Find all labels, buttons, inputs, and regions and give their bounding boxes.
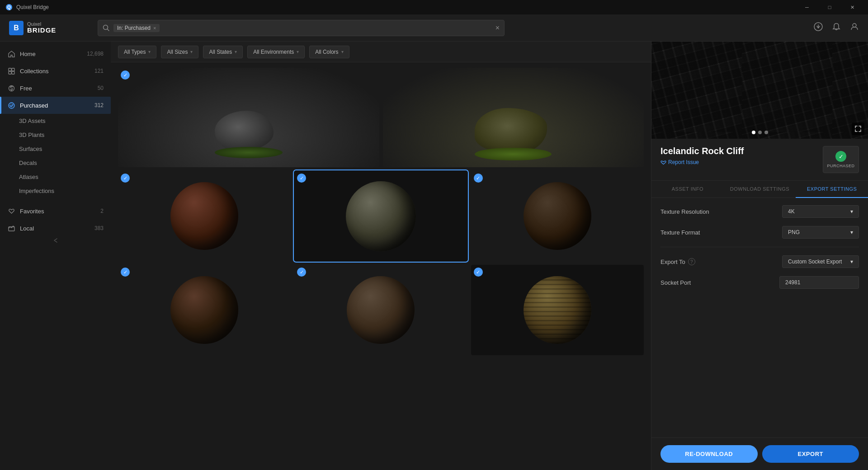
grid-item-7[interactable]: ✓ — [294, 265, 467, 355]
sidebar: Home 12,698 Collections 121 — [0, 42, 111, 470]
logo-text: Quixel BRIDGE — [27, 21, 56, 34]
check-badge-5: ✓ — [474, 174, 483, 183]
header: B Quixel BRIDGE In: Purchased × × — [0, 14, 868, 42]
sidebar-sub-atlases[interactable]: Atlases — [0, 170, 111, 184]
tab-export-settings[interactable]: EXPORT SETTINGS — [796, 181, 868, 198]
sidebar-collapse-button[interactable] — [0, 233, 111, 248]
preview-dots — [752, 131, 768, 134]
texture-format-row: Texture Format PNG ▾ — [660, 226, 859, 239]
report-link[interactable]: Report Issue — [660, 159, 744, 165]
grid-item-6[interactable]: ✓ — [118, 265, 291, 355]
asset-preview — [651, 42, 868, 139]
filter-colors[interactable]: All Colors ▾ — [309, 46, 349, 58]
settings-divider — [660, 247, 859, 247]
purchased-status-badge[interactable]: ✓ PURCHASED — [823, 146, 859, 173]
action-buttons: RE-DOWNLOAD EXPORT — [651, 437, 868, 470]
sidebar-sub-3d-assets[interactable]: 3D Assets — [0, 114, 111, 128]
purchased-icon — [7, 101, 15, 109]
search-icon — [103, 24, 110, 32]
chevron-down-icon: ▾ — [190, 49, 193, 54]
download-icon[interactable] — [814, 22, 823, 33]
svg-rect-9 — [9, 71, 11, 74]
grid-item-4[interactable]: ✓ — [294, 171, 467, 261]
filter-environments[interactable]: All Environments ▾ — [247, 46, 305, 58]
grid-row-3: ✓ ✓ ✓ — [118, 265, 644, 355]
app-icon: Q — [5, 4, 13, 11]
sidebar-item-purchased[interactable]: Purchased 312 — [0, 97, 111, 114]
purchased-text: PURCHASED — [827, 164, 854, 168]
home-count: 12,698 — [87, 51, 104, 57]
grid-item-1[interactable]: ✓ — [118, 68, 379, 167]
sidebar-item-collections[interactable]: Collections 121 — [0, 62, 111, 80]
expand-preview-button[interactable] — [852, 122, 864, 135]
logo-icon: B — [9, 21, 24, 35]
search-input[interactable] — [163, 24, 491, 31]
main-content: All Types ▾ All Sizes ▾ All States ▾ All… — [111, 42, 651, 470]
preview-dot-1[interactable] — [752, 131, 755, 134]
svg-point-6 — [853, 24, 856, 27]
check-badge-6: ✓ — [121, 268, 130, 277]
tab-asset-info[interactable]: ASSET INFO — [651, 181, 724, 197]
sidebar-sub-imperfections[interactable]: Imperfections — [0, 184, 111, 198]
chevron-down-icon: ▾ — [850, 208, 853, 215]
purchased-label: Purchased — [20, 102, 94, 109]
export-to-select[interactable]: Custom Socket Export ▾ — [782, 255, 859, 268]
grid-item-8[interactable]: ✓ — [471, 265, 644, 355]
redownload-button[interactable]: RE-DOWNLOAD — [660, 445, 758, 463]
sidebar-item-home[interactable]: Home 12,698 — [0, 45, 111, 62]
minimize-button[interactable]: ─ — [797, 0, 817, 14]
sidebar-item-free[interactable]: Free 50 — [0, 80, 111, 97]
search-clear-button[interactable]: × — [495, 24, 500, 32]
logo: B Quixel BRIDGE — [9, 21, 90, 35]
export-button[interactable]: EXPORT — [762, 445, 859, 463]
local-icon — [7, 224, 15, 232]
check-badge-1: ✓ — [121, 70, 130, 80]
sidebar-sub-decals[interactable]: Decals — [0, 156, 111, 170]
collections-count: 121 — [94, 68, 104, 74]
body: Home 12,698 Collections 121 — [0, 42, 868, 470]
local-count: 383 — [94, 225, 104, 231]
socket-port-row: Socket Port — [660, 276, 859, 289]
chevron-down-icon: ▾ — [148, 49, 151, 54]
texture-format-select[interactable]: PNG ▾ — [782, 226, 859, 239]
maximize-button[interactable]: □ — [819, 0, 840, 14]
asset-info-header: Icelandic Rock Cliff Report Issue ✓ PURC… — [651, 139, 868, 181]
sidebar-sub-3d-plants[interactable]: 3D Plants — [0, 128, 111, 142]
favorites-count: 2 — [100, 208, 104, 214]
free-label: Free — [20, 85, 98, 92]
socket-port-input[interactable] — [779, 276, 859, 289]
close-button[interactable]: ✕ — [842, 0, 863, 14]
sidebar-sub-surfaces[interactable]: Surfaces — [0, 142, 111, 156]
settings-area: Texture Resolution 4K ▾ Texture Format P… — [651, 198, 868, 437]
chevron-down-icon: ▾ — [850, 258, 853, 265]
header-right — [814, 22, 859, 33]
tab-download-settings[interactable]: DOWNLOAD SETTINGS — [724, 181, 796, 197]
grid-item-5[interactable]: ✓ — [471, 171, 644, 261]
filter-sizes[interactable]: All Sizes ▾ — [161, 46, 198, 58]
preview-dot-3[interactable] — [764, 131, 768, 134]
grid-item-3[interactable]: ✓ — [118, 171, 291, 261]
search-tag-close[interactable]: × — [153, 25, 156, 31]
chevron-down-icon: ▾ — [297, 49, 299, 54]
preview-dot-2[interactable] — [758, 131, 762, 134]
svg-rect-10 — [12, 71, 14, 74]
right-panel: Icelandic Rock Cliff Report Issue ✓ PURC… — [651, 42, 868, 470]
export-to-label: Export To ? — [660, 258, 695, 265]
grid-item-2[interactable] — [383, 68, 644, 167]
user-icon[interactable] — [850, 22, 859, 33]
bell-icon[interactable] — [832, 22, 841, 33]
texture-resolution-select[interactable]: 4K ▾ — [782, 205, 859, 218]
app-container: B Quixel BRIDGE In: Purchased × × — [0, 14, 868, 470]
free-count: 50 — [98, 85, 104, 91]
chevron-down-icon: ▾ — [341, 49, 344, 54]
filters-bar: All Types ▾ All Sizes ▾ All States ▾ All… — [111, 42, 651, 62]
search-bar[interactable]: In: Purchased × × — [98, 20, 505, 36]
asset-title-section: Icelandic Rock Cliff Report Issue — [660, 146, 744, 165]
favorites-label: Favorites — [20, 208, 100, 215]
filter-states[interactable]: All States ▾ — [203, 46, 243, 58]
filter-types[interactable]: All Types ▾ — [118, 46, 156, 58]
help-icon[interactable]: ? — [688, 258, 695, 265]
svg-point-14 — [9, 103, 14, 108]
chevron-down-icon: ▾ — [850, 229, 853, 235]
sidebar-item-favorites[interactable]: Favorites 2 — [0, 202, 111, 220]
